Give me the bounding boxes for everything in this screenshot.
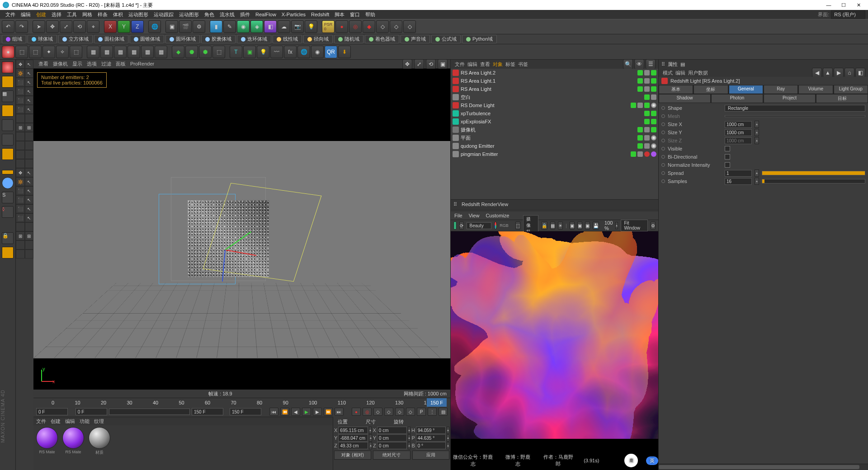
toolcell-21-1[interactable]: [25, 249, 34, 258]
vpmenu-4[interactable]: 过滤: [99, 61, 113, 66]
obj-tag[interactable]: [651, 78, 656, 84]
toolcell-3-1[interactable]: ↖: [25, 87, 34, 96]
toolcell-10-0[interactable]: [16, 150, 25, 159]
key4-button[interactable]: ◇: [403, 20, 416, 33]
attr-hscrollbar[interactable]: [659, 464, 868, 470]
toolcell-13-0[interactable]: 🔆: [16, 177, 25, 186]
field-pill-13[interactable]: 公式域: [431, 35, 461, 43]
obj-tag[interactable]: [651, 103, 656, 108]
objmenu-0[interactable]: 文件: [453, 61, 466, 67]
drop-tool-button[interactable]: ⬇: [338, 46, 351, 58]
tool-c-button[interactable]: ✦: [42, 46, 55, 58]
attr-tab1-5[interactable]: Light Group: [834, 85, 868, 94]
range-end-input[interactable]: [230, 408, 261, 415]
render-view-button[interactable]: ▣: [165, 20, 178, 33]
attr-bidir-checkbox[interactable]: [725, 154, 730, 160]
toolcell-1-0[interactable]: 🔆: [16, 69, 25, 78]
rv-fit-select[interactable]: Fit Window: [621, 220, 648, 231]
attr-tab2-3[interactable]: 目标: [816, 94, 868, 103]
green-a-button[interactable]: ◆: [172, 46, 184, 58]
autokey2-button[interactable]: ◎: [363, 408, 372, 416]
coord-s-0[interactable]: [377, 427, 407, 434]
text-tool-button[interactable]: T: [230, 46, 242, 58]
spiral-tool-button[interactable]: ◉: [311, 46, 324, 58]
toolcell-20-1[interactable]: [25, 240, 34, 249]
redo-button[interactable]: ↷: [15, 20, 28, 33]
step-fwd-button[interactable]: ⏩: [324, 408, 333, 416]
toolcell-20-0[interactable]: [16, 240, 25, 249]
obj-row-7[interactable]: 摄像机: [451, 126, 658, 134]
obj-tag[interactable]: [644, 111, 650, 116]
render-settings-button[interactable]: ⚙: [193, 20, 205, 33]
coord-p-2[interactable]: [338, 442, 368, 449]
obj-tag[interactable]: [651, 151, 656, 157]
toolcell-11-1[interactable]: [25, 159, 34, 168]
toolcell-3-0[interactable]: ⬛: [16, 87, 25, 96]
toolcell-19-1[interactable]: ⊞: [25, 231, 34, 240]
obj-tag[interactable]: [637, 143, 643, 149]
poly-mode-button[interactable]: [2, 148, 14, 160]
obj-search-icon[interactable]: 🔍: [623, 59, 633, 69]
attr-home-button[interactable]: ⌂: [844, 68, 854, 78]
objmenu-2[interactable]: 查看: [479, 61, 491, 67]
menu-11[interactable]: 角色: [202, 12, 217, 17]
toolcell-1-1[interactable]: ↖: [25, 69, 34, 78]
primitive-cube-button[interactable]: ▮: [210, 20, 222, 33]
obj-tag[interactable]: [637, 78, 643, 84]
attr-tab2-0[interactable]: Shadow: [659, 94, 711, 103]
ime-indicator[interactable]: 英: [646, 456, 658, 465]
rvmenu-0[interactable]: File: [454, 213, 462, 218]
toolcell-16-0[interactable]: ⬛: [16, 204, 25, 213]
psr-button[interactable]: PSR0: [322, 20, 335, 33]
obj-tag[interactable]: [651, 119, 656, 124]
toolcell-0-0[interactable]: ✥: [16, 60, 25, 69]
toolcell-9-0[interactable]: [16, 141, 25, 150]
menu-17[interactable]: 脚本: [332, 12, 347, 17]
grid-b-button[interactable]: ▦: [100, 46, 113, 58]
field-pill-6[interactable]: 胶囊体域: [201, 35, 236, 43]
grid-a-button[interactable]: ▦: [87, 46, 99, 58]
toolcell-19-0[interactable]: ⊞: [16, 231, 25, 240]
material-item-1[interactable]: RS Mate: [61, 427, 85, 468]
record-button[interactable]: ●: [335, 20, 348, 33]
rv-settings-button[interactable]: ⚙: [651, 221, 656, 230]
attr-tab2-2[interactable]: Project: [764, 94, 816, 103]
toolcell-4-1[interactable]: ↖: [25, 96, 34, 105]
key-r-button[interactable]: ◇: [395, 408, 404, 416]
attr-mesh-field[interactable]: [725, 115, 865, 117]
coord-p-0[interactable]: [338, 427, 368, 434]
curve-tool-button[interactable]: 〰: [270, 46, 283, 58]
attr-spread-slider[interactable]: [762, 171, 865, 175]
camera-button[interactable]: 📷: [291, 20, 304, 33]
vp-nav-d-button[interactable]: ▣: [438, 59, 448, 69]
field-pill-5[interactable]: 圆环体域: [165, 35, 200, 43]
spline-pen-button[interactable]: ✎: [223, 20, 236, 33]
obj-tag[interactable]: [631, 151, 636, 157]
prev-frame-button[interactable]: ◀: [291, 408, 300, 416]
goto-start-button[interactable]: ⏮: [269, 408, 278, 416]
scale-button[interactable]: ⤢: [60, 20, 72, 33]
autokey-button[interactable]: ◎: [349, 20, 362, 33]
menu-2[interactable]: 创建: [33, 12, 49, 17]
green-b-button[interactable]: ⬣: [185, 46, 198, 58]
obj-row-10[interactable]: pingmian Emitter: [451, 150, 658, 158]
obj-tag[interactable]: [637, 103, 643, 108]
toolcell-9-1[interactable]: [25, 141, 34, 150]
objmenu-4[interactable]: 标签: [504, 61, 517, 67]
obj-tag[interactable]: [644, 103, 650, 108]
undo-button[interactable]: ↶: [2, 20, 14, 33]
toolcell-7-1[interactable]: ⊞: [25, 123, 34, 132]
toolcell-5-0[interactable]: ⬛: [16, 105, 25, 114]
range-b-input[interactable]: [192, 408, 223, 415]
rec-button[interactable]: ●: [352, 408, 361, 416]
key-pla-button[interactable]: P: [417, 408, 426, 416]
toolcell-17-1[interactable]: ↖: [25, 213, 34, 222]
toolcell-6-1[interactable]: [25, 114, 34, 123]
coord-r-0[interactable]: [416, 427, 446, 434]
key-p-button[interactable]: ◇: [373, 408, 382, 416]
attr-visible-checkbox[interactable]: [725, 146, 730, 151]
menu-4[interactable]: 工具: [64, 12, 80, 17]
axis-x-button[interactable]: X: [104, 20, 117, 33]
vpmenu-0[interactable]: 查看: [36, 61, 51, 66]
rv-aov-select[interactable]: Beauty: [467, 222, 491, 229]
